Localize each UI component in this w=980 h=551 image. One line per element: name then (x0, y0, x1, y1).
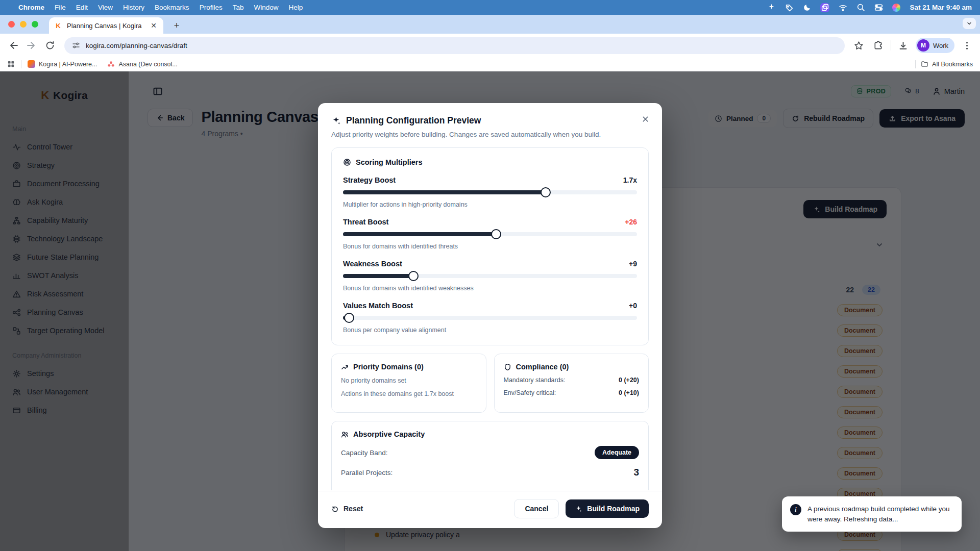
menu-view[interactable]: View (98, 4, 113, 11)
slider-track-weakness-boost[interactable] (343, 274, 637, 278)
sparkles-icon (575, 505, 582, 513)
build-roadmap-label: Build Roadmap (587, 505, 640, 513)
search-icon[interactable] (856, 3, 865, 12)
menu-help[interactable]: Help (288, 4, 303, 11)
menubar-left: ChromeFileEditViewHistoryBookmarksProfil… (8, 4, 303, 11)
tab-title: Planning Canvas | Kogira (67, 22, 144, 30)
menubar-status: Sat 21 Mar 9:40 am (767, 3, 972, 12)
tab-close-icon[interactable]: ✕ (149, 21, 158, 30)
new-tab-button[interactable]: + (170, 19, 183, 32)
slider-thumb-strategy-boost[interactable] (541, 187, 551, 197)
slider-label: Values Match Boost (343, 302, 413, 310)
sparkles-icon (331, 116, 341, 126)
download-icon[interactable] (896, 38, 911, 53)
slider-value: 1.7x (623, 176, 637, 184)
back-icon[interactable] (6, 38, 20, 53)
menu-window[interactable]: Window (254, 4, 278, 11)
info-icon: i (790, 504, 801, 515)
planning-configuration-modal: Planning Configuration Preview Adjust pr… (318, 103, 662, 528)
all-bookmarks-button[interactable]: All Bookmarks (921, 60, 973, 68)
url-text: kogira.com/planning-canvas/draft (86, 42, 187, 49)
slider-group-weakness-boost: Weakness Boost+9Bonus for domains with i… (343, 260, 637, 292)
extensions-icon[interactable] (871, 38, 886, 53)
slider-track-threat-boost[interactable] (343, 232, 637, 236)
bookmark-star-icon[interactable] (852, 38, 866, 53)
toolbar-right: M Work (852, 38, 974, 53)
screen-share-icon[interactable] (820, 3, 829, 12)
macos-menubar: ChromeFileEditViewHistoryBookmarksProfil… (0, 0, 980, 15)
modal-title: Planning Configuration Preview (346, 115, 481, 126)
tag-icon[interactable] (785, 3, 794, 12)
avatar: M (917, 39, 929, 52)
priority-domains-line2: Actions in these domains get 1.7x boost (341, 390, 477, 397)
slider-value: +9 (629, 260, 637, 268)
profile-name: Work (933, 42, 948, 49)
scoring-multipliers-title: Scoring Multipliers (356, 158, 423, 166)
menu-chrome[interactable]: Chrome (18, 4, 44, 11)
build-roadmap-button[interactable]: Build Roadmap (566, 499, 649, 518)
slider-caption: Multiplier for actions in high-priority … (343, 201, 637, 208)
sparkle-icon[interactable] (767, 3, 776, 12)
toolbar-divider (891, 40, 891, 51)
cancel-button[interactable]: Cancel (514, 499, 559, 518)
menu-profiles[interactable]: Profiles (200, 4, 223, 11)
absorptive-capacity-card: Absorptive Capacity Capacity Band: Adequ… (331, 421, 649, 490)
slider-thumb-weakness-boost[interactable] (408, 271, 419, 281)
slider-group-strategy-boost: Strategy Boost1.7xMultiplier for actions… (343, 176, 637, 208)
screen: ChromeFileEditViewHistoryBookmarksProfil… (0, 0, 980, 551)
slider-thumb-threat-boost[interactable] (491, 229, 501, 239)
slider-thumb-values-match-boost[interactable] (344, 313, 354, 323)
menu-file[interactable]: File (55, 4, 66, 11)
moon-icon[interactable] (802, 3, 812, 12)
priority-domains-card: Priority Domains (0) No priority domains… (331, 354, 486, 413)
kogira-favicon: K (54, 21, 62, 30)
close-window-button[interactable] (8, 21, 15, 28)
compliance-row: Env/Safety critical:0 (+10) (504, 389, 640, 396)
target-icon (343, 158, 351, 166)
menu-bookmarks[interactable]: Bookmarks (155, 4, 189, 11)
menu-tab[interactable]: Tab (233, 4, 244, 11)
shield-icon (504, 363, 511, 371)
menubar-clock[interactable]: Sat 21 Mar 9:40 am (910, 4, 972, 11)
reset-icon (331, 505, 339, 513)
minimize-window-button[interactable] (20, 21, 27, 28)
trending-up-icon (341, 363, 349, 371)
profile-chip[interactable]: M Work (916, 38, 954, 53)
bookmark-asana[interactable]: Asana (Dev consol... (107, 60, 177, 68)
window-controls (8, 21, 38, 28)
reset-button[interactable]: Reset (331, 505, 363, 513)
bookmark-kogira[interactable]: Kogira | AI-Powere... (28, 60, 97, 68)
kogira-favicon (28, 60, 35, 68)
wifi-icon[interactable] (838, 3, 847, 12)
reload-icon[interactable] (43, 38, 57, 53)
control-center-icon[interactable] (874, 3, 883, 12)
slider-label: Threat Boost (343, 218, 388, 226)
parallel-projects-value: 3 (633, 467, 639, 478)
slider-value: +0 (629, 302, 637, 310)
reset-label: Reset (344, 505, 363, 513)
bookmarks-divider (21, 60, 21, 68)
parallel-projects-label: Parallel Projects: (341, 469, 393, 477)
users-icon (341, 431, 349, 438)
slider-track-strategy-boost[interactable] (343, 190, 637, 194)
close-icon[interactable] (640, 113, 651, 124)
chrome-menu-icon[interactable] (960, 38, 974, 53)
slider-track-values-match-boost[interactable] (343, 316, 637, 320)
slider-value: +26 (625, 218, 637, 226)
site-settings-icon (72, 41, 80, 49)
toast-notification[interactable]: i A previous roadmap build completed whi… (782, 496, 962, 532)
apps-grid-icon[interactable] (7, 60, 15, 68)
slider-group-threat-boost: Threat Boost+26Bonus for domains with id… (343, 218, 637, 250)
compliance-title: Compliance (0) (516, 363, 569, 371)
menu-edit[interactable]: Edit (76, 4, 88, 11)
url-bar[interactable]: kogira.com/planning-canvas/draft (64, 37, 845, 54)
scoring-multipliers-card: Scoring Multipliers Strategy Boost1.7xMu… (331, 147, 649, 345)
forward-icon[interactable] (24, 38, 39, 53)
browser-tab[interactable]: K Planning Canvas | Kogira ✕ (49, 17, 163, 34)
assistant-icon[interactable] (892, 3, 901, 12)
all-bookmarks-label: All Bookmarks (932, 61, 973, 68)
tab-search-button[interactable] (963, 18, 976, 29)
zoom-window-button[interactable] (32, 21, 38, 28)
menu-history[interactable]: History (123, 4, 144, 11)
modal-footer: Reset Cancel Build Roadmap (318, 491, 662, 528)
